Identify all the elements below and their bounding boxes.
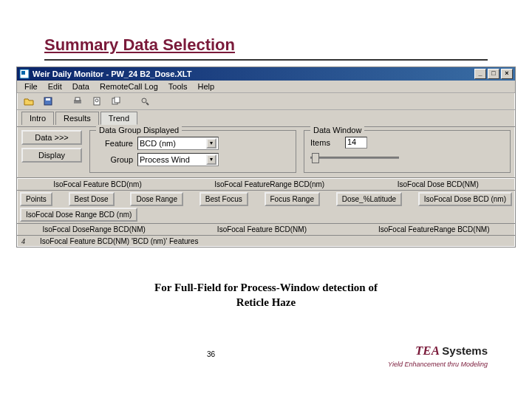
save-icon[interactable]	[41, 95, 55, 108]
menu-file[interactable]: File	[20, 81, 42, 92]
menu-edit[interactable]: Edit	[44, 81, 66, 92]
btn-doserange[interactable]: Dose Range	[130, 192, 183, 206]
data-window-fieldset: Data Window Items 14	[304, 130, 511, 173]
btn-bestfocus[interactable]: Best Focus	[200, 192, 248, 206]
main-tabs: Intro Results Trend	[17, 110, 515, 127]
open-icon[interactable]	[21, 95, 36, 108]
app-window: Weir Daily Monitor - PW_24 B2_Dose.XLT _…	[16, 66, 516, 248]
btn-isodose[interactable]: IsoFocal Dose BCD (nm)	[418, 192, 512, 206]
close-button[interactable]: ×	[501, 69, 513, 79]
feature-label: Feature	[96, 139, 133, 148]
app-icon	[19, 69, 30, 79]
group-combo[interactable]: Process Wind ▾	[137, 153, 219, 166]
title-rule	[44, 59, 488, 61]
data-window-legend: Data Window	[310, 126, 364, 134]
feature-value: BCD (nm)	[140, 139, 176, 148]
display-button[interactable]: Display	[21, 148, 82, 163]
r2-1: IsoFocal DoseRange BCD(NM)	[42, 225, 146, 233]
r2-2: IsoFocal Feature BCD(NM)	[217, 225, 307, 233]
group-value: Process Wind	[140, 155, 190, 164]
menu-remotecall[interactable]: RemoteCall Log	[95, 81, 163, 92]
maximize-button[interactable]: □	[488, 69, 499, 79]
chevron-down-icon[interactable]: ▾	[206, 154, 216, 165]
row-2: IsoFocal DoseRange BCD(NM) IsoFocal Feat…	[17, 224, 515, 236]
btn-isodoserange[interactable]: IsoFocal Dose Range BCD (nm)	[20, 208, 137, 222]
items-input[interactable]: 14	[345, 137, 367, 149]
svg-rect-5	[75, 98, 80, 100]
tab-results[interactable]: Results	[55, 112, 99, 125]
window-title: Weir Daily Monitor - PW_24 B2_Dose.XLT	[33, 69, 191, 78]
slide-caption: For Full-Field for Process-Window detect…	[0, 281, 532, 310]
menubar: File Edit Data RemoteCall Log Tools Help	[17, 81, 515, 93]
menu-help[interactable]: Help	[194, 81, 219, 92]
svg-rect-3	[46, 98, 50, 100]
chevron-down-icon[interactable]: ▾	[206, 138, 216, 149]
button-row-1: Points Best Dose Dose Range Best Focus F…	[17, 191, 515, 224]
svg-point-10	[142, 98, 146, 103]
preview-icon[interactable]	[89, 95, 104, 108]
data-group-legend: Data Group Displayed	[96, 126, 182, 134]
titlebar: Weir Daily Monitor - PW_24 B2_Dose.XLT _…	[17, 67, 515, 81]
svg-rect-9	[115, 97, 120, 103]
menu-tools[interactable]: Tools	[164, 81, 192, 92]
toolbar	[17, 93, 515, 110]
tab-trend[interactable]: Trend	[100, 112, 137, 125]
data-button[interactable]: Data >>>	[21, 130, 82, 145]
menu-data[interactable]: Data	[68, 81, 94, 92]
items-label: Items	[310, 138, 330, 147]
data-group-fieldset: Data Group Displayed Feature BCD (nm) ▾ …	[89, 130, 296, 173]
tab-intro[interactable]: Intro	[21, 112, 54, 125]
btn-points[interactable]: Points	[20, 192, 52, 206]
hdr-1: IsoFocal Feature BCD(nm)	[53, 180, 141, 188]
minimize-button[interactable]: _	[474, 69, 486, 79]
find-icon[interactable]	[138, 95, 153, 108]
status-num: 4	[21, 237, 25, 245]
feature-combo[interactable]: BCD (nm) ▾	[137, 137, 219, 150]
items-slider[interactable]	[310, 151, 399, 163]
btn-focusrange[interactable]: Focus Range	[265, 192, 320, 206]
brand-subtitle: Yield Enhancement thru Modeling	[388, 361, 488, 368]
brand: TEA Systems	[415, 344, 488, 358]
hdr-3: IsoFocal Dose BCD(NM)	[398, 180, 479, 188]
status-text: IsoFocal Feature BCD(NM) 'BCD (nm)' Feat…	[40, 237, 198, 245]
svg-line-11	[146, 103, 149, 105]
status-line: 4 IsoFocal Feature BCD(NM) 'BCD (nm)' Fe…	[17, 236, 515, 247]
hdr-2: IsoFocal FeatureRange BCD(nm)	[214, 180, 324, 188]
r2-3: IsoFocal FeatureRange BCD(NM)	[378, 225, 490, 233]
slide-title: Summary Data Selection	[44, 35, 235, 55]
print-icon[interactable]	[70, 95, 85, 108]
control-panel: Data >>> Display Data Group Displayed Fe…	[17, 127, 515, 178]
column-headers: IsoFocal Feature BCD(nm) IsoFocal Featur…	[17, 178, 515, 191]
page-number: 36	[207, 350, 215, 358]
btn-bestdose[interactable]: Best Dose	[69, 192, 115, 206]
btn-doselat[interactable]: Dose_%Latitude	[336, 192, 402, 206]
group-label: Group	[96, 155, 133, 164]
svg-rect-1	[21, 71, 25, 75]
copy-icon[interactable]	[109, 95, 123, 108]
